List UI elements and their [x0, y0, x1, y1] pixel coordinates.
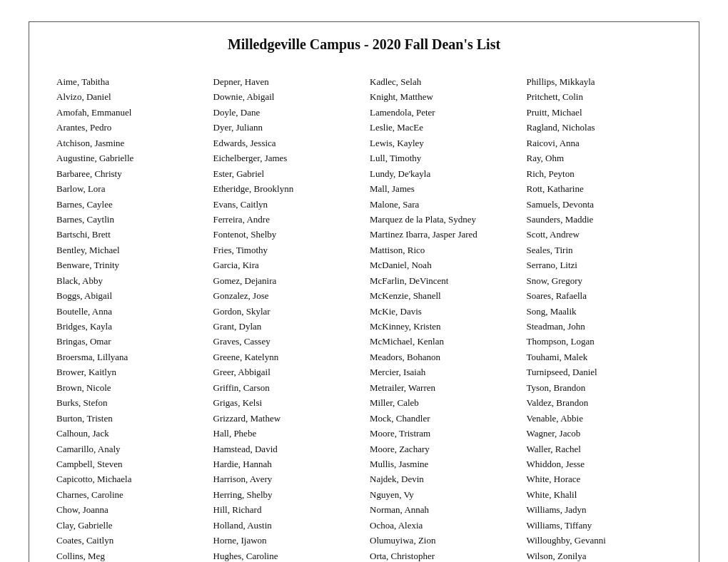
list-item: Rich, Peyton: [527, 166, 672, 181]
list-item: Song, Maalik: [527, 304, 672, 319]
list-item: Hamstead, David: [213, 441, 359, 456]
list-item: Valdez, Brandon: [527, 395, 672, 410]
list-item: Snow, Gregory: [527, 273, 672, 288]
list-item: Moore, Zachary: [370, 441, 515, 456]
list-item: Samuels, Devonta: [527, 197, 672, 212]
list-item: McKenzie, Shanell: [370, 288, 515, 303]
list-item: Augustine, Gabrielle: [56, 150, 202, 165]
list-item: Thompson, Logan: [527, 334, 672, 349]
list-item: Grizzard, Mathew: [213, 411, 359, 426]
list-item: Raicovi, Anna: [527, 136, 672, 150]
list-item: Soares, Rafaella: [527, 288, 672, 303]
list-item: McFarlin, DeVincent: [370, 273, 515, 288]
list-item: Camarillo, Analy: [56, 441, 202, 456]
list-item: Hall, Phebe: [213, 426, 359, 441]
list-item: Rott, Katharine: [527, 181, 672, 196]
list-item: Holland, Austin: [213, 518, 359, 533]
list-item: Norman, Annah: [370, 502, 515, 517]
list-item: Burton, Tristen: [56, 411, 202, 426]
list-item: McKie, Davis: [370, 304, 515, 319]
list-item: Greer, Abbigail: [213, 364, 359, 379]
column-2: Depner, HavenDownie, AbigailDoyle, DaneD…: [208, 74, 365, 562]
list-item: Serrano, Litzi: [527, 257, 672, 272]
list-item: Bridges, Kayla: [56, 319, 202, 334]
list-item: Waller, Rachel: [527, 441, 672, 456]
list-item: White, Horace: [527, 471, 672, 486]
list-item: Lewis, Kayley: [370, 136, 515, 150]
list-item: Depner, Haven: [213, 74, 359, 89]
list-item: Steadman, John: [527, 319, 672, 334]
list-item: Boutelle, Anna: [56, 304, 202, 319]
page-container: Milledgeville Campus - 2020 Fall Dean's …: [29, 21, 699, 562]
list-item: Mercier, Isaiah: [370, 364, 515, 379]
list-item: McMichael, Kenlan: [370, 334, 515, 349]
list-item: Atchison, Jasmine: [56, 136, 202, 150]
list-item: Broersma, Lillyana: [56, 349, 202, 364]
list-item: Griffin, Carson: [213, 380, 359, 395]
list-item: Willoughby, Gevanni: [527, 533, 672, 548]
list-item: Fontenot, Shelby: [213, 227, 359, 242]
list-item: Bentley, Michael: [56, 242, 202, 257]
column-3: Kadlec, SelahKnight, MatthewLamendola, P…: [364, 74, 521, 562]
list-item: Alvizo, Daniel: [56, 89, 202, 104]
list-item: Mall, James: [370, 181, 515, 196]
list-item: Scott, Andrew: [527, 227, 672, 242]
list-item: Burks, Stefon: [56, 395, 202, 410]
list-item: Metrailer, Warren: [370, 380, 515, 395]
list-item: Gomez, Dejanira: [213, 273, 359, 288]
list-item: Coates, Caitlyn: [56, 533, 202, 548]
list-item: Olumuyiwa, Zion: [370, 533, 515, 548]
list-item: Benware, Trinity: [56, 257, 202, 272]
list-item: Herring, Shelby: [213, 487, 359, 502]
list-item: Touhami, Malek: [527, 349, 672, 364]
list-item: Etheridge, Brooklynn: [213, 181, 359, 196]
list-item: Aime, Tabitha: [56, 74, 202, 89]
list-item: Bartschi, Brett: [56, 227, 202, 242]
list-item: Chow, Joanna: [56, 502, 202, 517]
list-item: Moore, Tristram: [370, 426, 515, 441]
list-item: Arantes, Pedro: [56, 120, 202, 135]
list-item: Barnes, Caytlin: [56, 212, 202, 227]
list-item: Tyson, Brandon: [527, 380, 672, 395]
list-item: Saunders, Maddie: [527, 212, 672, 227]
list-item: Clay, Gabrielle: [56, 518, 202, 533]
list-item: Kadlec, Selah: [370, 74, 515, 89]
list-item: Knight, Matthew: [370, 89, 515, 104]
page-title: Milledgeville Campus - 2020 Fall Dean's …: [51, 36, 677, 53]
list-item: Wilson, Zonilya: [527, 548, 672, 562]
list-item: Fries, Timothy: [213, 242, 359, 257]
list-item: Williams, Jadyn: [527, 502, 672, 517]
list-item: Ragland, Nicholas: [527, 120, 672, 135]
list-item: Ferreira, Andre: [213, 212, 359, 227]
list-item: Martinez Ibarra, Jasper Jared: [370, 227, 515, 242]
list-item: Malone, Sara: [370, 197, 515, 212]
list-item: Dyer, Juliann: [213, 120, 359, 135]
list-item: Brower, Kaitlyn: [56, 364, 202, 379]
list-item: Lull, Timothy: [370, 150, 515, 165]
list-item: Hardie, Hannah: [213, 456, 359, 471]
list-item: Pruitt, Michael: [527, 105, 672, 120]
list-item: Brown, Nicole: [56, 380, 202, 395]
list-item: McKinney, Kristen: [370, 319, 515, 334]
list-item: Meadors, Bohanon: [370, 349, 515, 364]
list-item: Campbell, Steven: [56, 456, 202, 471]
list-item: Mock, Chandler: [370, 411, 515, 426]
list-item: Doyle, Dane: [213, 105, 359, 120]
list-item: Lamendola, Peter: [370, 105, 515, 120]
list-item: Seales, Tirin: [527, 242, 672, 257]
list-item: McDaniel, Noah: [370, 257, 515, 272]
list-item: Charnes, Caroline: [56, 487, 202, 502]
list-item: Amofah, Emmanuel: [56, 105, 202, 120]
list-item: Ochoa, Alexia: [370, 518, 515, 533]
list-item: Lundy, De'kayla: [370, 166, 515, 181]
list-item: Venable, Abbie: [527, 411, 672, 426]
list-item: Orta, Christopher: [370, 548, 515, 562]
list-item: Ester, Gabriel: [213, 166, 359, 181]
list-item: Gordon, Skylar: [213, 304, 359, 319]
columns-container: Aime, TabithaAlvizo, DanielAmofah, Emman…: [51, 74, 677, 562]
list-item: Leslie, MacEe: [370, 120, 515, 135]
list-item: Wagner, Jacob: [527, 426, 672, 441]
list-item: Evans, Caitlyn: [213, 197, 359, 212]
list-item: Williams, Tiffany: [527, 518, 672, 533]
list-item: Barlow, Lora: [56, 181, 202, 196]
